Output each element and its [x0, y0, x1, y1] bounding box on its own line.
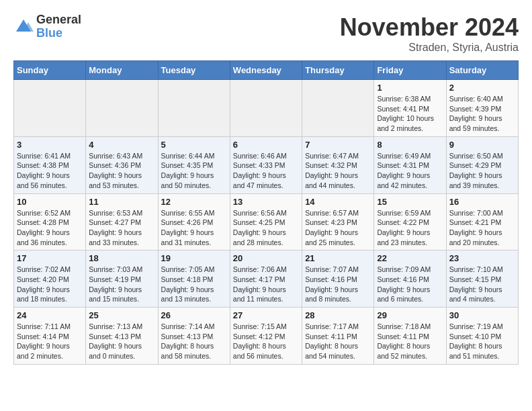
calendar-cell: 20Sunrise: 7:06 AM Sunset: 4:17 PM Dayli… — [230, 250, 302, 308]
calendar-cell: 30Sunrise: 7:19 AM Sunset: 4:10 PM Dayli… — [446, 308, 518, 365]
calendar-week: 1Sunrise: 6:38 AM Sunset: 4:41 PM Daylig… — [14, 80, 519, 137]
calendar-cell: 6Sunrise: 6:46 AM Sunset: 4:33 PM Daylig… — [230, 136, 302, 193]
day-number: 15 — [377, 197, 443, 207]
day-info: Sunrise: 6:55 AM Sunset: 4:26 PM Dayligh… — [161, 208, 227, 248]
day-number: 24 — [17, 310, 83, 320]
calendar-cell: 5Sunrise: 6:44 AM Sunset: 4:35 PM Daylig… — [158, 136, 230, 193]
calendar-cell: 27Sunrise: 7:15 AM Sunset: 4:12 PM Dayli… — [230, 308, 302, 365]
day-info: Sunrise: 7:14 AM Sunset: 4:13 PM Dayligh… — [161, 322, 227, 361]
day-number: 19 — [161, 253, 227, 263]
weekday-header: Thursday — [302, 61, 374, 80]
day-number: 18 — [89, 253, 154, 263]
day-info: Sunrise: 6:44 AM Sunset: 4:35 PM Dayligh… — [161, 151, 227, 191]
weekday-header: Sunday — [14, 61, 86, 80]
day-info: Sunrise: 6:56 AM Sunset: 4:25 PM Dayligh… — [233, 208, 299, 248]
calendar-cell: 23Sunrise: 7:10 AM Sunset: 4:15 PM Dayli… — [446, 250, 518, 308]
page-title: November 2024 — [340, 13, 519, 42]
calendar-cell: 18Sunrise: 7:03 AM Sunset: 4:19 PM Dayli… — [86, 250, 158, 308]
day-number: 13 — [233, 197, 299, 207]
day-number: 11 — [89, 197, 154, 207]
day-info: Sunrise: 6:52 AM Sunset: 4:28 PM Dayligh… — [17, 208, 83, 248]
day-info: Sunrise: 7:09 AM Sunset: 4:16 PM Dayligh… — [377, 265, 443, 304]
day-info: Sunrise: 6:41 AM Sunset: 4:38 PM Dayligh… — [17, 151, 83, 191]
day-info: Sunrise: 6:50 AM Sunset: 4:29 PM Dayligh… — [449, 151, 515, 191]
day-number: 10 — [17, 197, 83, 207]
day-info: Sunrise: 6:40 AM Sunset: 4:39 PM Dayligh… — [449, 94, 515, 134]
day-number: 16 — [449, 197, 515, 207]
weekday-header: Saturday — [446, 61, 518, 80]
day-number: 9 — [449, 140, 515, 150]
calendar-cell — [158, 80, 230, 137]
calendar-cell: 19Sunrise: 7:05 AM Sunset: 4:18 PM Dayli… — [158, 250, 230, 308]
logo-icon — [13, 17, 34, 37]
day-number: 25 — [89, 310, 154, 320]
calendar-cell: 21Sunrise: 7:07 AM Sunset: 4:16 PM Dayli… — [302, 250, 374, 308]
calendar-cell: 25Sunrise: 7:13 AM Sunset: 4:13 PM Dayli… — [86, 308, 158, 365]
day-info: Sunrise: 7:10 AM Sunset: 4:15 PM Dayligh… — [449, 265, 515, 304]
day-info: Sunrise: 7:17 AM Sunset: 4:11 PM Dayligh… — [305, 322, 371, 361]
day-info: Sunrise: 6:47 AM Sunset: 4:32 PM Dayligh… — [305, 151, 371, 191]
weekday-header: Monday — [86, 61, 158, 80]
day-number: 20 — [233, 253, 299, 263]
calendar-cell: 2Sunrise: 6:40 AM Sunset: 4:39 PM Daylig… — [446, 80, 518, 137]
calendar-week: 3Sunrise: 6:41 AM Sunset: 4:38 PM Daylig… — [14, 136, 519, 193]
calendar-cell: 4Sunrise: 6:43 AM Sunset: 4:36 PM Daylig… — [86, 136, 158, 193]
day-info: Sunrise: 6:46 AM Sunset: 4:33 PM Dayligh… — [233, 151, 299, 191]
logo-line1: General — [36, 13, 81, 27]
day-info: Sunrise: 7:13 AM Sunset: 4:13 PM Dayligh… — [89, 322, 154, 361]
calendar-cell: 17Sunrise: 7:02 AM Sunset: 4:20 PM Dayli… — [14, 250, 86, 308]
day-info: Sunrise: 7:15 AM Sunset: 4:12 PM Dayligh… — [233, 322, 299, 361]
calendar-cell: 16Sunrise: 7:00 AM Sunset: 4:21 PM Dayli… — [446, 193, 518, 250]
calendar-cell: 10Sunrise: 6:52 AM Sunset: 4:28 PM Dayli… — [14, 193, 86, 250]
day-info: Sunrise: 7:05 AM Sunset: 4:18 PM Dayligh… — [161, 265, 227, 304]
weekday-header: Friday — [374, 61, 446, 80]
day-number: 27 — [233, 310, 299, 320]
day-number: 7 — [305, 140, 371, 150]
logo: General Blue — [13, 13, 81, 40]
calendar-cell: 13Sunrise: 6:56 AM Sunset: 4:25 PM Dayli… — [230, 193, 302, 250]
day-info: Sunrise: 7:19 AM Sunset: 4:10 PM Dayligh… — [449, 322, 515, 361]
day-info: Sunrise: 7:06 AM Sunset: 4:17 PM Dayligh… — [233, 265, 299, 304]
day-info: Sunrise: 6:38 AM Sunset: 4:41 PM Dayligh… — [377, 94, 443, 134]
day-number: 26 — [161, 310, 227, 320]
day-number: 5 — [161, 140, 227, 150]
day-number: 1 — [377, 83, 443, 93]
header-row: SundayMondayTuesdayWednesdayThursdayFrid… — [14, 61, 519, 80]
calendar-cell: 29Sunrise: 7:18 AM Sunset: 4:11 PM Dayli… — [374, 308, 446, 365]
calendar-cell: 28Sunrise: 7:17 AM Sunset: 4:11 PM Dayli… — [302, 308, 374, 365]
page-header: General Blue November 2024 Straden, Styr… — [13, 13, 519, 54]
calendar-cell — [14, 80, 86, 137]
day-number: 23 — [449, 253, 515, 263]
day-number: 21 — [305, 253, 371, 263]
day-number: 30 — [449, 310, 515, 320]
day-info: Sunrise: 6:53 AM Sunset: 4:27 PM Dayligh… — [89, 208, 154, 248]
day-number: 8 — [377, 140, 443, 150]
day-number: 12 — [161, 197, 227, 207]
day-number: 14 — [305, 197, 371, 207]
weekday-header: Tuesday — [158, 61, 230, 80]
day-number: 29 — [377, 310, 443, 320]
calendar-cell: 11Sunrise: 6:53 AM Sunset: 4:27 PM Dayli… — [86, 193, 158, 250]
day-info: Sunrise: 7:03 AM Sunset: 4:19 PM Dayligh… — [89, 265, 154, 304]
calendar-week: 24Sunrise: 7:11 AM Sunset: 4:14 PM Dayli… — [14, 308, 519, 365]
day-info: Sunrise: 7:02 AM Sunset: 4:20 PM Dayligh… — [17, 265, 83, 304]
calendar-cell: 1Sunrise: 6:38 AM Sunset: 4:41 PM Daylig… — [374, 80, 446, 137]
calendar-cell: 3Sunrise: 6:41 AM Sunset: 4:38 PM Daylig… — [14, 136, 86, 193]
day-number: 28 — [305, 310, 371, 320]
day-number: 4 — [89, 140, 154, 150]
day-info: Sunrise: 6:57 AM Sunset: 4:23 PM Dayligh… — [305, 208, 371, 248]
day-info: Sunrise: 7:00 AM Sunset: 4:21 PM Dayligh… — [449, 208, 515, 248]
day-number: 6 — [233, 140, 299, 150]
calendar-cell: 7Sunrise: 6:47 AM Sunset: 4:32 PM Daylig… — [302, 136, 374, 193]
calendar-cell: 24Sunrise: 7:11 AM Sunset: 4:14 PM Dayli… — [14, 308, 86, 365]
day-number: 17 — [17, 253, 83, 263]
day-info: Sunrise: 6:49 AM Sunset: 4:31 PM Dayligh… — [377, 151, 443, 191]
day-info: Sunrise: 7:18 AM Sunset: 4:11 PM Dayligh… — [377, 322, 443, 361]
calendar-cell — [86, 80, 158, 137]
logo-text: General Blue — [36, 13, 81, 40]
calendar-week: 10Sunrise: 6:52 AM Sunset: 4:28 PM Dayli… — [14, 193, 519, 250]
calendar-table: SundayMondayTuesdayWednesdayThursdayFrid… — [13, 60, 519, 365]
calendar-week: 17Sunrise: 7:02 AM Sunset: 4:20 PM Dayli… — [14, 250, 519, 308]
weekday-header: Wednesday — [230, 61, 302, 80]
day-info: Sunrise: 7:11 AM Sunset: 4:14 PM Dayligh… — [17, 322, 83, 361]
